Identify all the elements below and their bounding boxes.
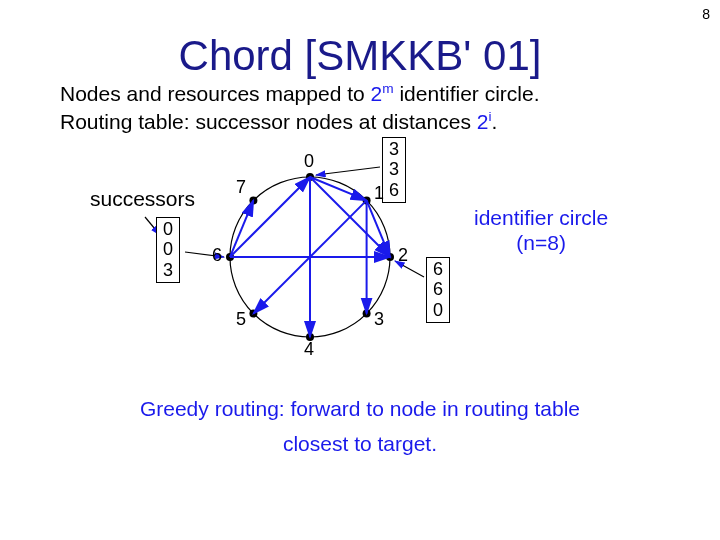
line1-part-a: Nodes and resources mapped to [60, 82, 371, 105]
node-label-3: 3 [374, 309, 384, 330]
slide-title: Chord [SMKKB' 01] [0, 32, 720, 80]
node-label-7: 7 [236, 177, 246, 198]
idcircle-line1: identifier circle [474, 206, 608, 229]
node-label-2: 2 [398, 245, 408, 266]
two-i: 2i [477, 110, 492, 133]
node-label-6: 6 [212, 245, 222, 266]
succ0-row0: 3 [389, 139, 399, 160]
succ1-row2: 0 [433, 300, 443, 321]
succ6-row0: 0 [163, 219, 173, 240]
footer-line-2: closest to target. [60, 430, 660, 457]
succ0-row1: 3 [389, 159, 399, 180]
succ0-row2: 6 [389, 180, 399, 201]
successors-table-node0: 3 3 6 [382, 137, 406, 203]
successors-table-node1: 6 6 0 [426, 257, 450, 323]
two-m-base: 2 [371, 82, 383, 105]
line2-part-b: . [491, 110, 497, 133]
two-m-exp: m [382, 81, 393, 96]
chord-diagram: successors 0 0 3 3 3 6 6 6 0 0 1 2 3 4 5… [0, 137, 720, 387]
node-label-1: 1 [374, 183, 384, 204]
successors-table-node6: 0 0 3 [156, 217, 180, 283]
node-label-5: 5 [236, 309, 246, 330]
svg-line-15 [367, 200, 390, 257]
two-m: 2m [371, 82, 394, 105]
node-label-0: 0 [304, 151, 314, 172]
body-line-1: Nodes and resources mapped to 2m identif… [60, 80, 680, 108]
svg-line-20 [316, 167, 380, 175]
body-line-2: Routing table: successor nodes at distan… [60, 108, 680, 136]
page-number: 8 [702, 6, 710, 22]
identifier-circle-label: identifier circle (n=8) [474, 205, 608, 255]
idcircle-line2: (n=8) [516, 231, 566, 254]
two-i-base: 2 [477, 110, 489, 133]
footer-line-1: Greedy routing: forward to node in routi… [60, 395, 660, 422]
line1-part-b: identifier circle. [394, 82, 540, 105]
successors-label: successors [90, 187, 195, 211]
succ6-row1: 0 [163, 239, 173, 260]
svg-point-8 [249, 196, 257, 204]
succ1-row0: 6 [433, 259, 443, 280]
line2-part-a: Routing table: successor nodes at distan… [60, 110, 477, 133]
diagram-svg [0, 137, 720, 387]
succ6-row2: 3 [163, 260, 173, 281]
svg-line-12 [310, 177, 367, 200]
node-label-4: 4 [304, 339, 314, 360]
succ1-row1: 6 [433, 279, 443, 300]
svg-line-9 [230, 200, 253, 257]
